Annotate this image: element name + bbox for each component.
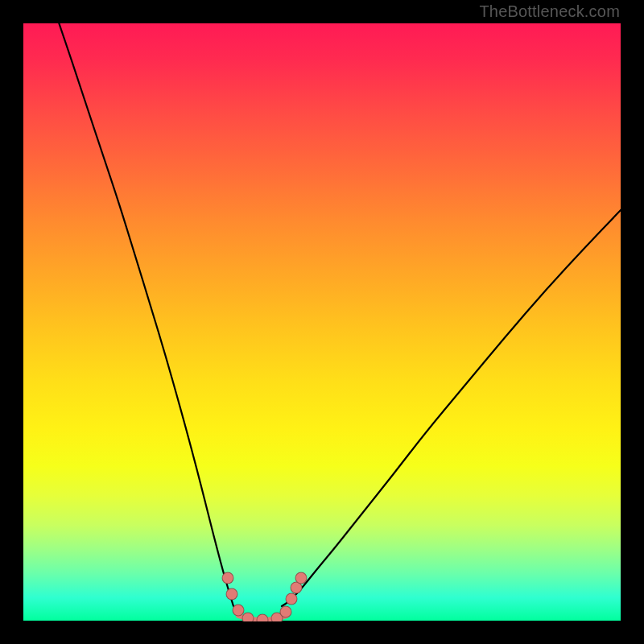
curve-left_curve: [59, 23, 233, 606]
data-marker: [242, 613, 254, 622]
watermark-text: TheBottleneck.com: [479, 2, 620, 21]
curve-right_curve: [282, 209, 621, 606]
curve-canvas: [23, 23, 621, 621]
plot-area: [23, 23, 621, 621]
data-marker: [286, 593, 298, 605]
data-marker: [295, 572, 308, 584]
data-marker: [280, 606, 292, 618]
data-marker: [226, 588, 238, 601]
data-marker: [222, 572, 234, 584]
outer-frame: TheBottleneck.com: [0, 0, 644, 644]
data-marker: [257, 614, 269, 622]
